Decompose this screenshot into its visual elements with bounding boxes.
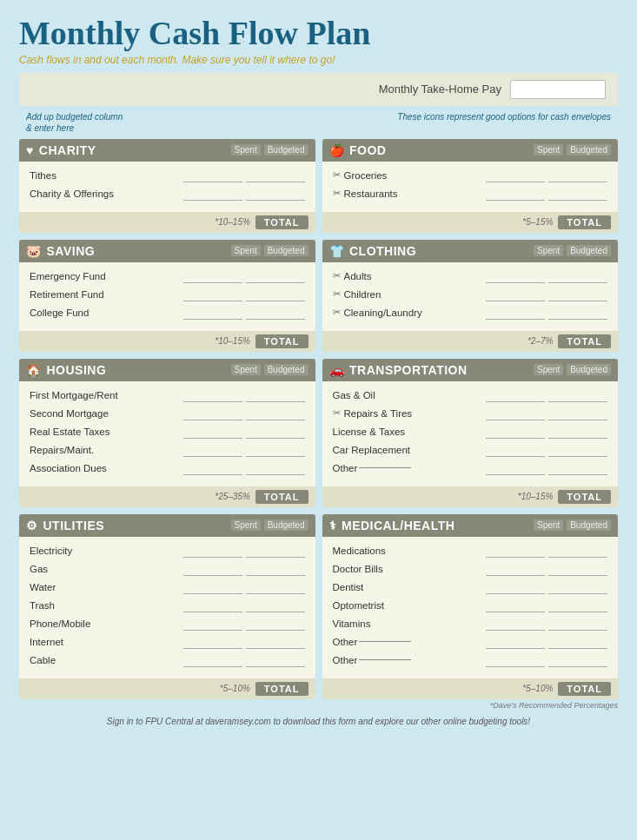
transportation-budgeted: Budgeted bbox=[567, 364, 611, 375]
list-item: First Mortgage/Rent bbox=[30, 388, 305, 402]
clothing-spent: Spent bbox=[534, 245, 563, 256]
tithes-spent[interactable] bbox=[183, 169, 242, 182]
phone-spent[interactable] bbox=[183, 617, 242, 631]
carreplacement-budgeted[interactable] bbox=[548, 443, 607, 457]
gas-budgeted[interactable] bbox=[246, 562, 305, 576]
internet-spent[interactable] bbox=[183, 635, 242, 649]
list-item: ✂Repairs & Tires bbox=[333, 407, 608, 420]
groceries-spent[interactable] bbox=[486, 169, 545, 182]
cleaning-budgeted[interactable] bbox=[548, 306, 607, 320]
other2-medical-spent[interactable] bbox=[486, 653, 545, 667]
gas-spent[interactable] bbox=[183, 562, 242, 576]
transportation-title: TRANSPORTATION bbox=[349, 363, 468, 377]
repairs-budgeted[interactable] bbox=[246, 443, 305, 457]
electricity-spent[interactable] bbox=[183, 544, 242, 558]
cable-spent[interactable] bbox=[183, 653, 242, 667]
vitamins-budgeted[interactable] bbox=[548, 617, 607, 631]
charity-offerings-budgeted[interactable] bbox=[246, 187, 305, 201]
charity-offerings-spent[interactable] bbox=[183, 187, 242, 201]
assoc-spent[interactable] bbox=[183, 461, 242, 475]
charity-body: Tithes Charity & Offerings bbox=[19, 162, 315, 208]
tithes-budgeted[interactable] bbox=[246, 169, 305, 182]
mortgage2-budgeted[interactable] bbox=[246, 407, 305, 420]
carreplacement-spent[interactable] bbox=[486, 443, 545, 457]
retirement-budgeted[interactable] bbox=[246, 288, 305, 301]
doctorbills-spent[interactable] bbox=[486, 562, 545, 576]
other1-medical-spent[interactable] bbox=[486, 635, 545, 649]
main-grid: ♥ CHARITY Spent Budgeted Tithes Ch bbox=[19, 139, 618, 699]
repairstires-budgeted[interactable] bbox=[548, 407, 607, 420]
repairs-spent[interactable] bbox=[183, 443, 242, 457]
list-item: Other bbox=[333, 461, 608, 475]
list-item: Phone/Mobile bbox=[30, 617, 305, 631]
optometrist-spent[interactable] bbox=[486, 599, 545, 612]
repairstires-spent[interactable] bbox=[486, 407, 545, 420]
gasoil-spent[interactable] bbox=[486, 388, 545, 402]
clothing-pct: *2–7% bbox=[528, 336, 553, 346]
list-item: Doctor Bills bbox=[333, 562, 608, 576]
take-home-input[interactable] bbox=[510, 80, 606, 99]
adults-budgeted[interactable] bbox=[548, 269, 607, 283]
children-spent[interactable] bbox=[486, 288, 545, 301]
trash-budgeted[interactable] bbox=[246, 599, 305, 612]
saving-pct: *10–15% bbox=[215, 336, 250, 346]
doctorbills-budgeted[interactable] bbox=[548, 562, 607, 576]
list-item: Dentist bbox=[333, 580, 608, 594]
internet-budgeted[interactable] bbox=[246, 635, 305, 649]
trash-spent[interactable] bbox=[183, 599, 242, 612]
emergency-spent[interactable] bbox=[183, 269, 242, 283]
scissors-icon: ✂ bbox=[333, 270, 341, 281]
medications-spent[interactable] bbox=[486, 544, 545, 558]
transportation-pct: *10–15% bbox=[518, 492, 554, 501]
restaurants-budgeted[interactable] bbox=[548, 187, 607, 201]
restaurants-spent[interactable] bbox=[486, 187, 545, 201]
license-budgeted[interactable] bbox=[548, 425, 607, 439]
cleaning-spent[interactable] bbox=[486, 306, 545, 320]
housing-body: First Mortgage/Rent Second Mortgage Real… bbox=[19, 381, 315, 483]
water-budgeted[interactable] bbox=[246, 580, 305, 594]
phone-budgeted[interactable] bbox=[246, 617, 305, 631]
transportation-body: Gas & Oil ✂Repairs & Tires License & Tax… bbox=[322, 381, 619, 483]
cable-budgeted[interactable] bbox=[246, 653, 305, 667]
section-header-saving: 🐷 SAVING Spent Budgeted bbox=[19, 240, 315, 262]
medications-budgeted[interactable] bbox=[548, 544, 607, 558]
other-transport-budgeted[interactable] bbox=[548, 461, 607, 475]
section-header-transportation: 🚗 TRANSPORTATION Spent Budgeted bbox=[322, 359, 619, 381]
dentist-spent[interactable] bbox=[486, 580, 545, 594]
housing-pct: *25–35% bbox=[215, 492, 250, 501]
college-budgeted[interactable] bbox=[246, 306, 305, 320]
emergency-budgeted[interactable] bbox=[246, 269, 305, 283]
retirement-spent[interactable] bbox=[183, 288, 242, 301]
assoc-budgeted[interactable] bbox=[246, 461, 305, 475]
electricity-budgeted[interactable] bbox=[246, 544, 305, 558]
clothing-footer: *2–7% TOTAL bbox=[322, 331, 619, 352]
vitamins-spent[interactable] bbox=[486, 617, 545, 631]
saving-spent: Spent bbox=[231, 245, 261, 256]
optometrist-budgeted[interactable] bbox=[548, 599, 607, 612]
realestate-budgeted[interactable] bbox=[246, 425, 305, 439]
page-subtitle: Cash flows in and out each month. Make s… bbox=[19, 54, 618, 66]
gasoil-budgeted[interactable] bbox=[548, 388, 607, 402]
dentist-budgeted[interactable] bbox=[548, 580, 607, 594]
adults-spent[interactable] bbox=[486, 269, 545, 283]
saving-budgeted: Budgeted bbox=[264, 245, 309, 256]
water-spent[interactable] bbox=[183, 580, 242, 594]
food-total: TOTAL bbox=[558, 215, 611, 229]
children-budgeted[interactable] bbox=[548, 288, 607, 301]
mortgage1-budgeted[interactable] bbox=[246, 388, 305, 402]
saving-title: SAVING bbox=[47, 244, 96, 258]
license-spent[interactable] bbox=[486, 425, 545, 439]
college-spent[interactable] bbox=[183, 306, 242, 320]
section-header-medical: ⚕ MEDICAL/HEALTH Spent Budgeted bbox=[322, 514, 619, 537]
annotation-right: These icons represent good options for c… bbox=[397, 111, 611, 134]
other1-medical-budgeted[interactable] bbox=[548, 635, 607, 649]
clothing-body: ✂Adults ✂Children ✂Cleaning/Laundry bbox=[322, 262, 619, 327]
other-transport-spent[interactable] bbox=[486, 461, 545, 475]
mortgage1-spent[interactable] bbox=[183, 388, 242, 402]
other2-medical-budgeted[interactable] bbox=[548, 653, 607, 667]
realestate-spent[interactable] bbox=[183, 425, 242, 439]
groceries-budgeted[interactable] bbox=[548, 169, 607, 182]
mortgage2-spent[interactable] bbox=[183, 407, 242, 420]
charity-spent: Spent bbox=[231, 144, 261, 155]
charity-footer: *10–15% TOTAL bbox=[19, 212, 315, 233]
